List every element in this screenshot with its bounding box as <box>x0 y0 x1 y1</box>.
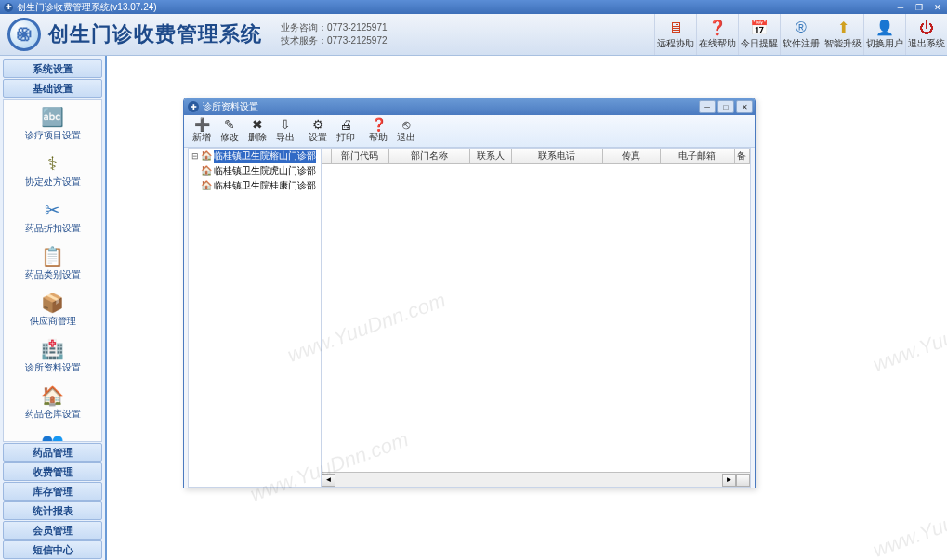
tree-item-1[interactable]: 🏠临桂镇卫生院虎山门诊部 <box>189 163 321 178</box>
header-tool-2[interactable]: 📅今日提醒 <box>738 14 780 55</box>
grid-column-header-3[interactable]: 联系人 <box>470 149 512 163</box>
scroll-left-button[interactable]: ◄ <box>322 474 335 487</box>
sidebar-item-label: 药品类别设置 <box>25 268 81 281</box>
grid-column-header-4[interactable]: 联系电话 <box>512 149 603 163</box>
sidebar-section[interactable]: 收费管理 <box>3 462 102 481</box>
header-tool-label: 远程协助 <box>657 37 694 50</box>
sidebar-section[interactable]: 统计报表 <box>3 501 102 520</box>
contact-line2: 技术服务：0773-2125972 <box>281 34 388 47</box>
grid-column-header-0[interactable] <box>322 149 332 163</box>
toolbar-icon: 🖨 <box>339 118 352 131</box>
inner-app-icon: ✚ <box>188 101 199 112</box>
close-button[interactable]: ✕ <box>928 1 947 13</box>
header-tool-3[interactable]: ®软件注册 <box>780 14 822 55</box>
header-tool-label: 软件注册 <box>783 37 820 50</box>
sidebar-item-icon: 📋 <box>41 244 65 268</box>
toolbar-icon: ✎ <box>224 118 235 131</box>
toolbar-button-新增[interactable]: ➕新增 <box>188 116 216 147</box>
watermark: www.YuuDnn.com <box>870 483 947 560</box>
sidebar-item-4[interactable]: 📦供应商管理 <box>4 286 101 332</box>
house-icon: 🏠 <box>200 180 212 191</box>
restore-button[interactable]: ❐ <box>910 1 928 13</box>
workspace: ✚ 诊所资料设置 ─ □ ✕ ➕新增✎修改✖删除⇩导出⚙设置🖨打印❓帮助⎋退出 … <box>107 56 947 560</box>
header-tool-1[interactable]: ❓在线帮助 <box>696 14 738 55</box>
toolbar-button-导出[interactable]: ⇩导出 <box>271 116 299 147</box>
toolbar-button-修改[interactable]: ✎修改 <box>216 116 243 147</box>
sidebar-item-7[interactable]: 👥员工资料管理 <box>4 425 101 442</box>
grid-column-header-2[interactable]: 部门名称 <box>389 149 470 163</box>
sidebar-item-icon: ✂ <box>41 198 65 222</box>
header-tool-icon: ⬆ <box>837 19 849 36</box>
sidebar-item-1[interactable]: ⚕协定处方设置 <box>4 147 101 193</box>
inner-window: ✚ 诊所资料设置 ─ □ ✕ ➕新增✎修改✖删除⇩导出⚙设置🖨打印❓帮助⎋退出 … <box>183 98 756 488</box>
logo-icon: ֍ <box>7 18 41 51</box>
sidebar: 系统设置基础设置 🔤诊疗项目设置⚕协定处方设置✂药品折扣设置📋药品类别设置📦供应… <box>0 56 107 560</box>
sidebar-section[interactable]: 库存管理 <box>3 482 102 501</box>
header-band: ֍ 创生门诊收费管理系统 业务咨询：0773-2125971 技术服务：0773… <box>0 14 947 56</box>
scroll-track[interactable] <box>335 474 722 487</box>
sidebar-item-icon: 📦 <box>41 291 65 315</box>
toolbar-button-打印[interactable]: 🖨打印 <box>332 116 360 147</box>
sidebar-section[interactable]: 系统设置 <box>3 59 102 78</box>
toolbar-button-删除[interactable]: ✖删除 <box>243 116 271 147</box>
sidebar-item-6[interactable]: 🏠药品仓库设置 <box>4 379 101 425</box>
grid-column-header-1[interactable]: 部门代码 <box>332 149 389 163</box>
sidebar-item-3[interactable]: 📋药品类别设置 <box>4 240 101 286</box>
grid-column-header-6[interactable]: 电子邮箱 <box>661 149 735 163</box>
inner-titlebar[interactable]: ✚ 诊所资料设置 ─ □ ✕ <box>184 98 755 115</box>
sidebar-item-label: 供应商管理 <box>30 315 76 328</box>
toolbar-label: 设置 <box>309 131 327 144</box>
sidebar-item-0[interactable]: 🔤诊疗项目设置 <box>4 100 101 147</box>
grid-column-header-5[interactable]: 传真 <box>603 149 661 163</box>
toolbar-label: 帮助 <box>369 131 388 144</box>
toolbar-button-设置[interactable]: ⚙设置 <box>304 116 332 147</box>
sidebar-section[interactable]: 药品管理 <box>3 443 102 462</box>
sidebar-section[interactable]: 基础设置 <box>3 79 102 98</box>
header-tool-5[interactable]: 👤切换用户 <box>863 14 905 55</box>
house-icon: 🏠 <box>200 150 212 162</box>
toolbar-icon: ⇩ <box>280 118 291 131</box>
header-tool-4[interactable]: ⬆智能升级 <box>822 14 863 55</box>
tree-item-2[interactable]: 🏠临桂镇卫生院桂康门诊部 <box>189 178 321 193</box>
sidebar-item-icon: 👥 <box>41 430 65 442</box>
minimize-button[interactable]: ─ <box>891 1 910 13</box>
sidebar-section[interactable]: 会员管理 <box>3 521 102 540</box>
sidebar-item-label: 药品仓库设置 <box>25 408 81 421</box>
header-tool-6[interactable]: ⏻退出系统 <box>905 14 947 55</box>
toolbar-label: 打印 <box>336 131 355 144</box>
grid-column-header-7[interactable]: 备 <box>735 149 750 163</box>
toolbar-separator <box>362 118 362 144</box>
header-tool-icon: 📅 <box>750 19 769 36</box>
toolbar-button-帮助[interactable]: ❓帮助 <box>364 116 392 147</box>
toolbar-label: 退出 <box>397 131 415 144</box>
sidebar-item-label: 药品折扣设置 <box>25 222 81 235</box>
tree-item-label: 临桂镇卫生院榕山门诊部 <box>214 150 316 163</box>
toolbar-label: 导出 <box>276 131 295 144</box>
sidebar-section[interactable]: 短信中心 <box>3 540 102 559</box>
grid-body <box>322 164 750 472</box>
sidebar-item-label: 诊疗项目设置 <box>25 129 81 142</box>
inner-minimize-button[interactable]: ─ <box>699 100 716 113</box>
outer-titlebar: ✚ 创生门诊收费管理系统(v13.07.24) ─ ❐ ✕ <box>0 0 947 14</box>
inner-toolbar: ➕新增✎修改✖删除⇩导出⚙设置🖨打印❓帮助⎋退出 <box>184 115 755 148</box>
header-tool-icon: ❓ <box>708 19 727 36</box>
header-tool-icon: 🖥 <box>668 20 683 36</box>
inner-maximize-button[interactable]: □ <box>717 100 734 113</box>
header-tool-0[interactable]: 🖥远程协助 <box>654 14 696 55</box>
window-title: 创生门诊收费管理系统(v13.07.24) <box>17 1 157 14</box>
tree-expand-icon[interactable]: ⊟ <box>191 151 200 161</box>
sidebar-item-label: 诊所资料设置 <box>25 361 81 374</box>
sidebar-item-2[interactable]: ✂药品折扣设置 <box>4 193 101 240</box>
inner-close-button[interactable]: ✕ <box>736 100 753 113</box>
house-icon: 🏠 <box>200 165 212 176</box>
app-title: 创生门诊收费管理系统 <box>48 20 262 48</box>
grid-hscroll[interactable]: ◄ ► <box>322 472 750 487</box>
toolbar-label: 新增 <box>192 131 211 144</box>
sidebar-item-icon: 🏥 <box>41 337 65 361</box>
app-icon: ✚ <box>4 3 13 12</box>
sidebar-item-5[interactable]: 🏥诊所资料设置 <box>4 332 101 379</box>
tree-item-0[interactable]: ⊟🏠临桂镇卫生院榕山门诊部 <box>189 149 321 163</box>
toolbar-button-退出[interactable]: ⎋退出 <box>392 116 420 147</box>
scroll-corner <box>736 474 750 487</box>
scroll-right-button[interactable]: ► <box>722 474 736 487</box>
